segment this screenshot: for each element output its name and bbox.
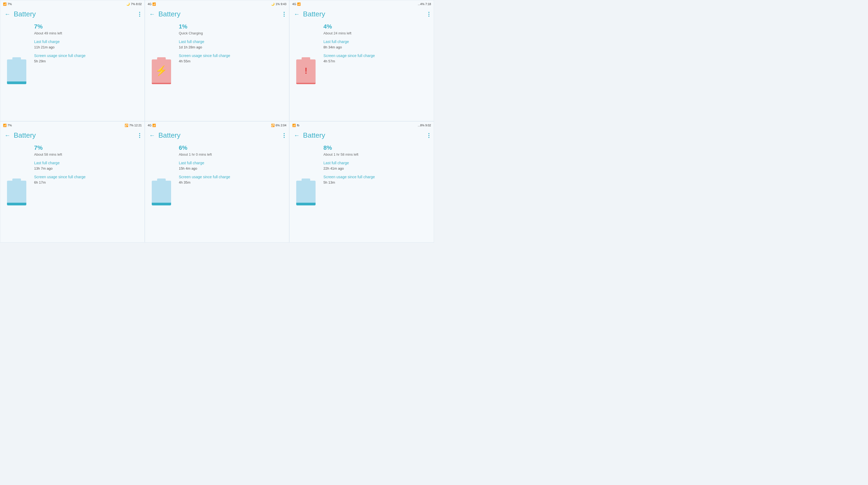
menu-button[interactable]	[139, 12, 140, 17]
menu-button[interactable]	[428, 133, 429, 138]
battery-icon: ⚡	[149, 23, 174, 118]
screen-usage-label: Screen usage since full charge	[323, 175, 429, 179]
screen-usage-label: Screen usage since full charge	[34, 175, 140, 179]
last-full-charge-label: Last full charge	[323, 161, 429, 165]
last-full-charge-value: 22h 41m ago	[323, 166, 429, 170]
back-button[interactable]: ←	[294, 132, 300, 139]
panel-4: 📶 7% 🔁 7% 12:21 ← Battery 7% About 58 mi…	[0, 121, 145, 242]
battery-icon	[294, 144, 318, 239]
battery-percentage: 4%	[323, 23, 429, 30]
panel-1: 📶 7% 🌙 7% 8:02 ← Battery 7% About 49 min…	[0, 0, 145, 121]
panel-3: 4G 📶 ...4% 7:18 ← Battery ! 4% About 24 …	[289, 0, 434, 121]
status-left: 4G 📶	[148, 2, 156, 6]
last-full-charge-value: 11h 21m ago	[34, 45, 140, 49]
status-left: 📶 fb	[292, 124, 299, 127]
panel-2: 4G 📶 🌙 1% 9:43 ← Battery ⚡ 1% Quick Char…	[145, 0, 289, 121]
panel-5: 4G 📶 🔁 6% 2:04 ← Battery 6% About 1 hr 0…	[145, 121, 289, 242]
status-right: ...8% 9:02	[417, 124, 431, 127]
screen-usage-value: 4h 57m	[323, 59, 429, 63]
last-full-charge-label: Last full charge	[179, 39, 285, 44]
status-right: 🔁 6% 2:04	[271, 124, 286, 127]
status-right: 🔁 7% 12:21	[125, 124, 142, 127]
status-left: 📶 7%	[3, 124, 12, 127]
last-full-charge-value: 15h 4m ago	[179, 166, 285, 170]
menu-button[interactable]	[139, 133, 140, 138]
back-button[interactable]: ←	[294, 11, 300, 18]
last-full-charge-label: Last full charge	[34, 39, 140, 44]
page-title: Battery	[158, 131, 181, 140]
last-full-charge-value: 13h 7m ago	[34, 166, 140, 170]
last-full-charge-value: 8h 34m ago	[323, 45, 429, 49]
back-button[interactable]: ←	[5, 11, 10, 18]
last-full-charge-label: Last full charge	[179, 161, 285, 165]
status-right: ...4% 7:18	[417, 2, 431, 6]
screen-usage-value: 6h 17m	[34, 180, 140, 184]
page-title: Battery	[303, 131, 325, 140]
panel-6: 📶 fb ...8% 9:02 ← Battery 8% About 1 hr …	[289, 121, 434, 242]
screen-usage-label: Screen usage since full charge	[179, 54, 285, 58]
menu-button[interactable]	[428, 12, 429, 17]
battery-subtitle: Quick Charging	[179, 31, 285, 35]
page-title: Battery	[303, 10, 325, 18]
back-button[interactable]: ←	[149, 132, 155, 139]
battery-percentage: 8%	[323, 144, 429, 151]
screen-usage-value: 4h 55m	[179, 59, 285, 63]
battery-subtitle: About 58 mins left	[34, 152, 140, 156]
status-left: 4G 📶	[292, 2, 301, 6]
back-button[interactable]: ←	[5, 132, 10, 139]
screen-usage-value: 5h 13m	[323, 180, 429, 184]
last-full-charge-label: Last full charge	[323, 39, 429, 44]
status-right: 🌙 7% 8:02	[126, 2, 142, 6]
battery-percentage: 7%	[34, 23, 140, 30]
status-left: 📶 7%	[3, 2, 12, 6]
battery-percentage: 7%	[34, 144, 140, 151]
page-title: Battery	[158, 10, 181, 18]
status-left: 4G 📶	[148, 124, 156, 127]
battery-subtitle: About 1 hr 58 mins left	[323, 152, 429, 156]
menu-button[interactable]	[284, 12, 285, 17]
last-full-charge-label: Last full charge	[34, 161, 140, 165]
screen-usage-label: Screen usage since full charge	[323, 54, 429, 58]
screen-usage-value: 5h 29m	[34, 59, 140, 63]
screen-usage-label: Screen usage since full charge	[179, 175, 285, 179]
back-button[interactable]: ←	[149, 11, 155, 18]
battery-icon	[5, 23, 29, 118]
page-title: Battery	[14, 131, 36, 140]
last-full-charge-value: 1d 1h 28m ago	[179, 45, 285, 49]
battery-subtitle: About 1 hr 0 mins left	[179, 152, 285, 156]
screen-usage-value: 4h 35m	[179, 180, 285, 184]
page-title: Battery	[14, 10, 36, 18]
battery-percentage: 1%	[179, 23, 285, 30]
status-right: 🌙 1% 9:43	[271, 2, 286, 6]
battery-subtitle: About 49 mins left	[34, 31, 140, 35]
battery-icon: !	[294, 23, 318, 118]
battery-percentage: 6%	[179, 144, 285, 151]
menu-button[interactable]	[284, 133, 285, 138]
screen-usage-label: Screen usage since full charge	[34, 54, 140, 58]
battery-icon	[149, 144, 174, 239]
battery-icon	[5, 144, 29, 239]
battery-subtitle: About 24 mins left	[323, 31, 429, 35]
